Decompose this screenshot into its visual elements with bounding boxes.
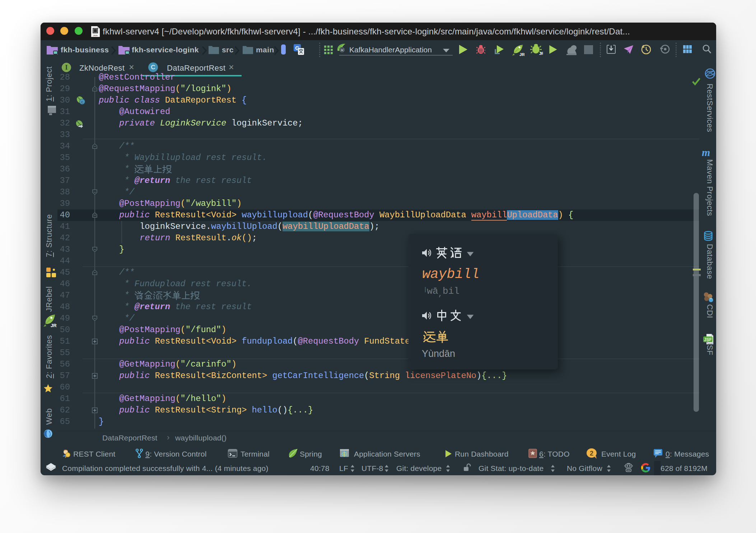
svg-text:c: c [81, 100, 84, 104]
svg-text:JR: JR [519, 52, 524, 56]
svg-text:JR: JR [539, 51, 543, 56]
svg-text:JAVA: JAVA [93, 34, 98, 37]
svg-text:JR: JR [51, 323, 57, 327]
svg-text:2: 2 [590, 450, 593, 457]
